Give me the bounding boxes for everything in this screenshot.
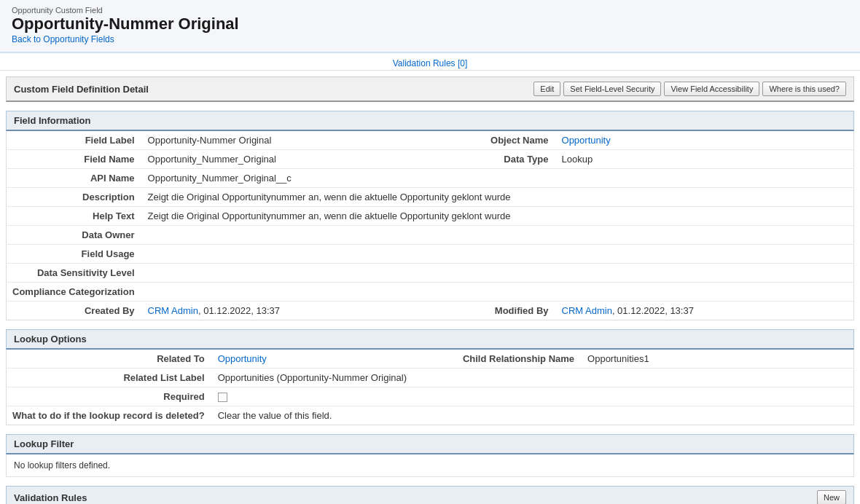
table-row: Field Usage — [7, 245, 854, 264]
field-name-value: Opportunity_Nummer_Original — [142, 150, 439, 169]
lookup-options-title: Lookup Options — [14, 334, 87, 344]
object-name-value: Opportunity — [556, 131, 854, 150]
created-by-link[interactable]: CRM Admin — [148, 305, 198, 316]
table-row: Data Owner — [7, 226, 854, 245]
description-value: Zeigt die Original Opportunitynummer an,… — [142, 188, 854, 207]
table-row: What to do if the lookup record is delet… — [7, 406, 854, 425]
field-label-label: Field Label — [7, 131, 142, 150]
table-row: Data Sensitivity Level — [7, 264, 854, 283]
required-value — [212, 387, 854, 406]
lookup-filter-body: No lookup filters defined. — [6, 454, 854, 477]
field-information-table: Field Label Opportunity-Nummer Original … — [6, 131, 854, 320]
edit-button[interactable]: Edit — [533, 82, 560, 96]
validation-rules-top-link[interactable]: Validation Rules [0] — [393, 58, 468, 68]
data-owner-label: Data Owner — [7, 226, 142, 245]
toolbar-button-group: Edit Set Field-Level Security View Field… — [533, 82, 846, 96]
view-field-accessibility-button[interactable]: View Field Accessibility — [664, 82, 759, 96]
set-field-level-security-button[interactable]: Set Field-Level Security — [563, 82, 661, 96]
new-validation-rule-button[interactable]: New — [817, 490, 846, 504]
table-row: Related To Opportunity Child Relationshi… — [7, 350, 854, 369]
created-by-label: Created By — [7, 302, 142, 320]
object-name-label: Object Name — [439, 131, 556, 150]
api-name-value: Opportunity_Nummer_Original__c — [142, 169, 854, 188]
table-row: Required — [7, 387, 854, 406]
table-row: Compliance Categorization — [7, 283, 854, 302]
modified-by-link[interactable]: CRM Admin — [562, 305, 612, 316]
table-row: Field Name Opportunity_Nummer_Original D… — [7, 150, 854, 169]
validation-rules-section: Validation Rules New No validation rules… — [6, 486, 854, 504]
data-type-value: Lookup — [556, 150, 854, 169]
table-row: API Name Opportunity_Nummer_Original__c — [7, 169, 854, 188]
table-row: Created By CRM Admin, 01.12.2022, 13:37 … — [7, 302, 854, 320]
validation-rules-title: Validation Rules — [14, 492, 87, 503]
modified-by-label: Modified By — [439, 302, 556, 320]
child-relationship-name-value: Opportunities1 — [582, 350, 853, 369]
lookup-filter-header: Lookup Filter — [6, 434, 854, 454]
custom-field-definition-header: Custom Field Definition Detail Edit Set … — [6, 76, 854, 102]
back-to-opportunity-fields-link[interactable]: Back to Opportunity Fields — [12, 34, 114, 44]
description-label: Description — [7, 188, 142, 207]
data-sensitivity-level-value — [142, 264, 854, 283]
lookup-filter-text: No lookup filters defined. — [14, 460, 110, 470]
page-title: Opportunity-Nummer Original — [12, 15, 848, 34]
related-to-link[interactable]: Opportunity — [218, 353, 267, 364]
data-owner-value — [142, 226, 854, 245]
data-type-label: Data Type — [439, 150, 556, 169]
child-relationship-name-label: Child Relationship Name — [436, 350, 582, 369]
field-information-title: Field Information — [14, 115, 90, 126]
object-name-link[interactable]: Opportunity — [562, 135, 611, 146]
field-label-value: Opportunity-Nummer Original — [142, 131, 439, 150]
related-to-label: Related To — [7, 350, 212, 369]
compliance-categorization-value — [142, 283, 854, 302]
api-name-label: API Name — [7, 169, 142, 188]
validation-rules-header: Validation Rules New — [6, 486, 854, 504]
field-usage-value — [142, 245, 854, 264]
what-to-do-value: Clear the value of this field. — [212, 406, 854, 425]
field-information-header: Field Information — [6, 111, 854, 131]
help-text-value: Zeigt die Original Opportunitynummer an,… — [142, 207, 854, 226]
validation-rules-link-row: Validation Rules [0] — [0, 53, 860, 71]
required-checkbox — [218, 393, 227, 402]
where-is-this-used-button[interactable]: Where is this used? — [762, 82, 846, 96]
custom-field-definition-title: Custom Field Definition Detail — [14, 84, 149, 95]
required-label: Required — [7, 387, 212, 406]
table-row: Field Label Opportunity-Nummer Original … — [7, 131, 854, 150]
compliance-categorization-label: Compliance Categorization — [7, 283, 142, 302]
field-usage-label: Field Usage — [7, 245, 142, 264]
field-name-label: Field Name — [7, 150, 142, 169]
created-by-value: CRM Admin, 01.12.2022, 13:37 — [142, 302, 439, 320]
related-to-value: Opportunity — [212, 350, 436, 369]
table-row: Description Zeigt die Original Opportuni… — [7, 188, 854, 207]
lookup-options-table: Related To Opportunity Child Relationshi… — [6, 350, 854, 425]
lookup-filter-title: Lookup Filter — [14, 438, 74, 449]
lookup-options-section: Lookup Options Related To Opportunity Ch… — [6, 329, 854, 425]
top-bar: Opportunity Custom Field Opportunity-Num… — [0, 0, 860, 53]
table-row: Related List Label Opportunities (Opport… — [7, 369, 854, 387]
related-list-label-label: Related List Label — [7, 369, 212, 387]
field-information-section: Field Information Field Label Opportunit… — [6, 111, 854, 320]
related-list-label-value: Opportunities (Opportunity-Nummer Origin… — [212, 369, 854, 387]
table-row: Help Text Zeigt die Original Opportunity… — [7, 207, 854, 226]
modified-by-value: CRM Admin, 01.12.2022, 13:37 — [556, 302, 854, 320]
main-section: Custom Field Definition Detail Edit Set … — [0, 76, 860, 504]
data-sensitivity-level-label: Data Sensitivity Level — [7, 264, 142, 283]
lookup-filter-section: Lookup Filter No lookup filters defined. — [6, 434, 854, 477]
object-label: Opportunity Custom Field — [12, 6, 848, 15]
help-text-label: Help Text — [7, 207, 142, 226]
lookup-options-header: Lookup Options — [6, 329, 854, 350]
what-to-do-label: What to do if the lookup record is delet… — [7, 406, 212, 425]
